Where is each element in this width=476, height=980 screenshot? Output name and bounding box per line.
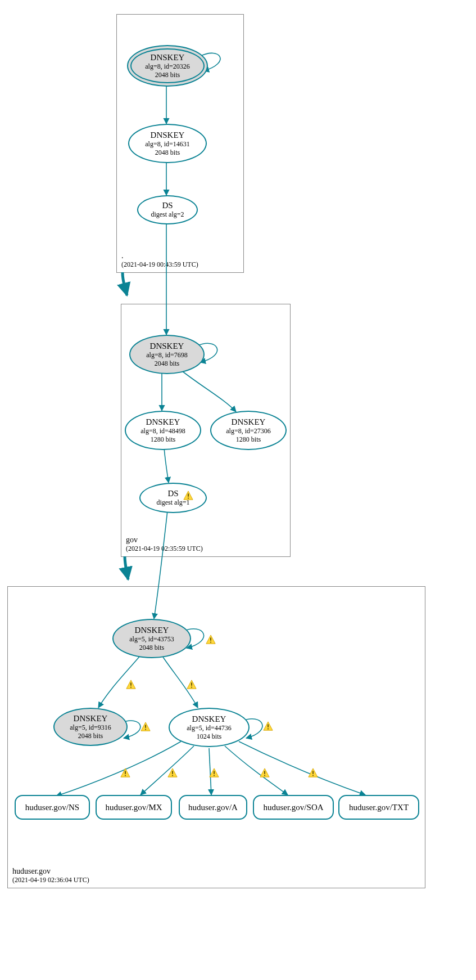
- svg-rect-19: [264, 775, 265, 776]
- svg-rect-12: [125, 771, 126, 774]
- warning-icon: [206, 635, 216, 645]
- zone-gov-label: gov (2021-04-19 02:35:59 UTC): [126, 535, 203, 554]
- node-root-ksk: DNSKEY alg=8, id=20326 2048 bits: [127, 45, 208, 87]
- svg-rect-13: [125, 775, 126, 776]
- zone-root-ts: (2021-04-19 00:43:59 UTC): [121, 260, 198, 269]
- svg-rect-20: [312, 771, 314, 774]
- node-rr-mx: huduser.gov/MX: [96, 795, 172, 820]
- warning-icon: [126, 680, 136, 690]
- node-rr-txt: huduser.gov/TXT: [338, 795, 419, 820]
- svg-rect-3: [210, 642, 211, 643]
- svg-rect-17: [214, 775, 215, 776]
- svg-rect-4: [130, 682, 132, 685]
- label: DNSKEY: [151, 53, 185, 62]
- zone-gov-title: gov: [126, 535, 203, 545]
- svg-rect-14: [172, 771, 173, 774]
- zone-root-title: .: [121, 251, 198, 261]
- node-rr-ns: huduser.gov/NS: [15, 795, 90, 820]
- node-gov-ds: DS digest alg=1: [139, 483, 207, 513]
- warning-icon: [308, 768, 318, 778]
- node-hud-ksk: DNSKEY alg=5, id=43753 2048 bits: [112, 619, 191, 658]
- svg-rect-18: [264, 771, 265, 774]
- svg-rect-10: [268, 724, 269, 727]
- warning-icon: [120, 768, 130, 778]
- warning-icon: [263, 721, 273, 731]
- zone-huduser-ts: (2021-04-19 02:36:04 UTC): [12, 876, 89, 884]
- svg-rect-15: [172, 775, 173, 776]
- svg-rect-5: [130, 687, 132, 688]
- svg-rect-9: [145, 729, 146, 730]
- warning-icon: [167, 768, 178, 778]
- node-rr-a: huduser.gov/A: [179, 795, 247, 820]
- svg-rect-2: [210, 637, 211, 640]
- node-hud-ksk2: DNSKEY alg=5, id=9316 2048 bits: [53, 708, 128, 746]
- svg-rect-6: [191, 682, 192, 685]
- warning-icon: [140, 722, 151, 732]
- svg-rect-7: [191, 687, 192, 688]
- node-root-ds: DS digest alg=2: [137, 195, 198, 224]
- warning-icon: [209, 768, 219, 778]
- svg-rect-11: [268, 729, 269, 730]
- warning-icon: [260, 768, 270, 778]
- node-rr-soa: huduser.gov/SOA: [253, 795, 334, 820]
- svg-rect-16: [214, 771, 215, 774]
- node-gov-zsk: DNSKEY alg=8, id=48498 1280 bits: [125, 411, 201, 450]
- node-hud-zsk: DNSKEY alg=5, id=44736 1024 bits: [169, 708, 250, 747]
- node-gov-zsk2: DNSKEY alg=8, id=27306 1280 bits: [210, 411, 287, 450]
- node-root-zsk: DNSKEY alg=8, id=14631 2048 bits: [128, 124, 207, 163]
- svg-rect-8: [145, 725, 146, 727]
- svg-rect-21: [312, 775, 314, 776]
- node-gov-ksk: DNSKEY alg=8, id=7698 2048 bits: [129, 335, 205, 374]
- zone-huduser-label: huduser.gov (2021-04-19 02:36:04 UTC): [12, 866, 89, 885]
- zone-huduser-title: huduser.gov: [12, 866, 89, 876]
- warning-icon: [187, 680, 197, 690]
- label: alg=8, id=20326: [145, 62, 190, 71]
- zone-root-label: . (2021-04-19 00:43:59 UTC): [121, 251, 198, 269]
- label: 2048 bits: [155, 71, 180, 79]
- zone-gov-ts: (2021-04-19 02:35:59 UTC): [126, 545, 203, 553]
